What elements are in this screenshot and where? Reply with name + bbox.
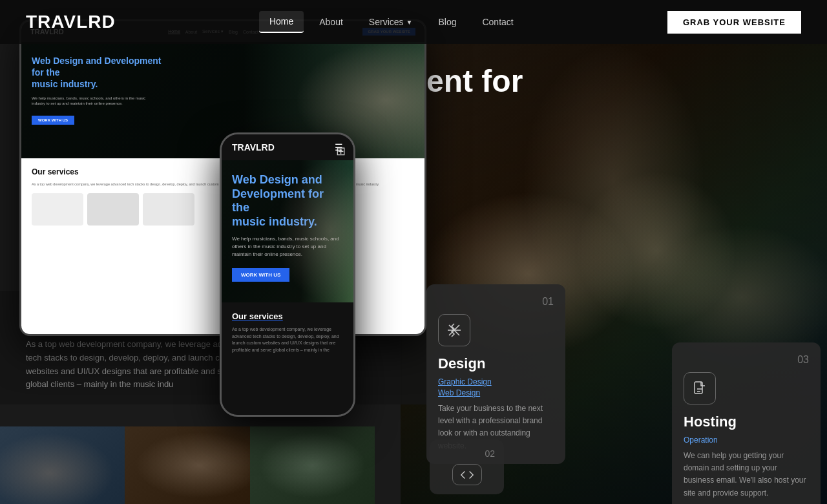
design-graphic-link[interactable]: Graphic Design — [438, 377, 554, 386]
nav-link-home[interactable]: Home — [259, 11, 304, 33]
phone-services-title: Our services — [232, 311, 343, 321]
phone-services-desc: As a top web development company, we lev… — [232, 326, 343, 353]
bottom-image-2 — [125, 426, 249, 504]
tablet-hero-desc: We help musicians, bands, music schools,… — [32, 96, 154, 107]
phone-nav-logo: TRAVLRD — [232, 142, 275, 152]
dev-card-number: 02 — [439, 448, 495, 459]
bottom-image-1 — [0, 426, 125, 504]
hero-headline: ent for — [426, 65, 523, 99]
phone-hero-desc: We help musicians, bands, music schools,… — [232, 235, 343, 258]
tablet-service-card-1 — [32, 193, 83, 226]
design-web-link[interactable]: Web Design — [438, 388, 554, 397]
navbar: TRAVLRD Home About Services ▼ Blog Conta… — [0, 0, 827, 44]
hero-text: ent for — [426, 65, 523, 99]
design-card-number: 01 — [438, 296, 554, 308]
service-card-dev: 02 — [430, 439, 504, 494]
tablet-hero-btn: WORK WITH US — [32, 116, 74, 125]
phone-inner: TRAVLRD ☰ Web Design and Development for… — [222, 134, 353, 415]
hosting-card-number: 03 — [684, 354, 809, 366]
windows-icon: ⊞ — [336, 144, 346, 158]
code-icon — [460, 468, 474, 482]
phone-hero-btn: WORK WITH US — [232, 268, 289, 282]
file-icon — [692, 381, 707, 396]
phone-hero-title: Web Design and Development for the music… — [232, 173, 343, 229]
bottom-images — [0, 426, 375, 504]
phone-navbar: TRAVLRD ☰ — [222, 134, 353, 160]
design-card-icon — [438, 314, 470, 346]
nav-link-services[interactable]: Services ▼ — [359, 12, 423, 32]
tablet-hero-title: Web Design and Development for the music… — [32, 55, 174, 90]
hosting-card-icon — [684, 372, 716, 404]
nav-link-about[interactable]: About — [309, 12, 353, 32]
design-card-title: Design — [438, 355, 554, 372]
nav-cta-button[interactable]: GRAB YOUR WEBSITE — [667, 11, 801, 34]
nav-link-blog[interactable]: Blog — [428, 12, 466, 32]
tablet-service-card-3 — [143, 193, 194, 226]
hosting-card-title: Hosting — [684, 414, 809, 430]
nav-logo: TRAVLRD — [26, 12, 116, 32]
phone-hero: Web Design and Development for the music… — [222, 160, 353, 302]
hosting-card-desc: We can help you getting your domain and … — [684, 450, 809, 499]
bottom-image-3 — [250, 426, 375, 504]
tablet-service-card-2 — [87, 193, 139, 226]
service-card-hosting: 03 Hosting Operation We can help you get… — [672, 342, 821, 504]
nav-link-contact[interactable]: Contact — [472, 12, 523, 32]
wand-icon — [446, 322, 462, 338]
hosting-operation-link[interactable]: Operation — [684, 436, 809, 445]
dev-card-icon — [452, 464, 482, 485]
phone-mockup: ⊞ TRAVLRD ☰ Web Design and Development f… — [220, 132, 355, 417]
phone-services: Our services As a top web development co… — [222, 302, 353, 362]
chevron-down-icon: ▼ — [406, 19, 413, 26]
nav-links: Home About Services ▼ Blog Contact — [259, 11, 524, 33]
service-card-design: 01 Design Graphic Design Web Design Take… — [426, 284, 565, 464]
